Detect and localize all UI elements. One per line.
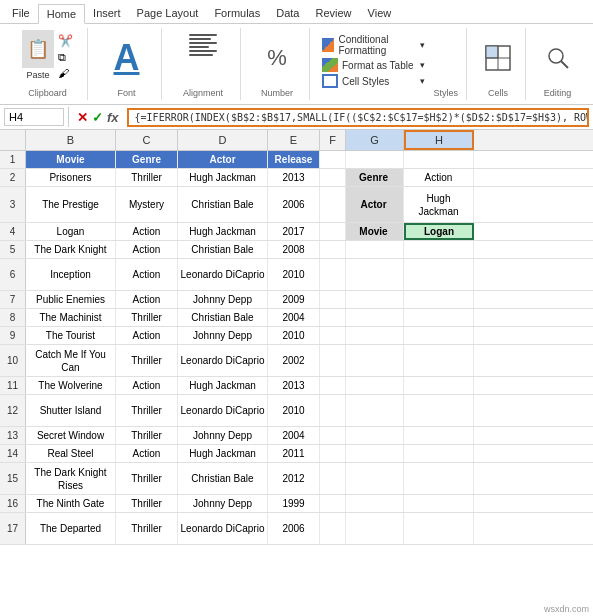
cell-d2[interactable]: Hugh Jackman <box>178 169 268 186</box>
cell-h1[interactable] <box>404 151 474 168</box>
col-header-h[interactable]: H <box>404 130 474 150</box>
tab-formulas[interactable]: Formulas <box>206 4 268 23</box>
cond-format-dropdown-icon[interactable]: ▾ <box>420 40 425 50</box>
row-num-10[interactable]: 10 <box>0 345 26 376</box>
confirm-formula-icon[interactable]: ✓ <box>92 110 103 125</box>
col-header-c[interactable]: C <box>116 130 178 150</box>
cell-c14[interactable]: Action <box>116 445 178 462</box>
cell-g13[interactable] <box>346 427 404 444</box>
tab-file[interactable]: File <box>4 4 38 23</box>
copy-button[interactable]: ⧉ <box>58 51 73 64</box>
cell-h9[interactable] <box>404 327 474 344</box>
row-num-13[interactable]: 13 <box>0 427 26 444</box>
cell-g16[interactable] <box>346 495 404 512</box>
cell-b3[interactable]: The Prestige <box>26 187 116 222</box>
cell-d11[interactable]: Hugh Jackman <box>178 377 268 394</box>
cell-g12[interactable] <box>346 395 404 426</box>
cell-b9[interactable]: The Tourist <box>26 327 116 344</box>
row-num-5[interactable]: 5 <box>0 241 26 258</box>
col-header-g[interactable]: G <box>346 130 404 150</box>
cell-e8[interactable]: 2004 <box>268 309 320 326</box>
cell-h14[interactable] <box>404 445 474 462</box>
cell-f15[interactable] <box>320 463 346 494</box>
tab-view[interactable]: View <box>360 4 400 23</box>
cell-f17[interactable] <box>320 513 346 544</box>
cell-g15[interactable] <box>346 463 404 494</box>
cell-c7[interactable]: Action <box>116 291 178 308</box>
cell-d13[interactable]: Johnny Depp <box>178 427 268 444</box>
cell-e10[interactable]: 2002 <box>268 345 320 376</box>
cell-d17[interactable]: Leonardo DiCaprio <box>178 513 268 544</box>
cell-b16[interactable]: The Ninth Gate <box>26 495 116 512</box>
cell-d8[interactable]: Christian Bale <box>178 309 268 326</box>
cell-b4[interactable]: Logan <box>26 223 116 240</box>
cell-g8[interactable] <box>346 309 404 326</box>
cell-g2[interactable]: Genre <box>346 169 404 186</box>
cell-e13[interactable]: 2004 <box>268 427 320 444</box>
cell-e17[interactable]: 2006 <box>268 513 320 544</box>
cell-b10[interactable]: Catch Me If You Can <box>26 345 116 376</box>
cell-c9[interactable]: Action <box>116 327 178 344</box>
cell-f11[interactable] <box>320 377 346 394</box>
cell-g6[interactable] <box>346 259 404 290</box>
row-num-6[interactable]: 6 <box>0 259 26 290</box>
cell-d14[interactable]: Hugh Jackman <box>178 445 268 462</box>
cell-c15[interactable]: Thriller <box>116 463 178 494</box>
cell-c17[interactable]: Thriller <box>116 513 178 544</box>
cell-g5[interactable] <box>346 241 404 258</box>
cell-h4[interactable]: Logan <box>404 223 474 240</box>
cell-c6[interactable]: Action <box>116 259 178 290</box>
col-header-f[interactable]: F <box>320 130 346 150</box>
cell-g4[interactable]: Movie <box>346 223 404 240</box>
cell-h11[interactable] <box>404 377 474 394</box>
col-header-e[interactable]: E <box>268 130 320 150</box>
cell-g10[interactable] <box>346 345 404 376</box>
cell-g1[interactable] <box>346 151 404 168</box>
format-painter-button[interactable]: 🖌 <box>58 67 73 79</box>
cell-c10[interactable]: Thriller <box>116 345 178 376</box>
cell-reference-input[interactable] <box>4 108 64 126</box>
cell-d16[interactable]: Johnny Depp <box>178 495 268 512</box>
row-num-4[interactable]: 4 <box>0 223 26 240</box>
cell-f16[interactable] <box>320 495 346 512</box>
cell-g17[interactable] <box>346 513 404 544</box>
cell-b12[interactable]: Shutter Island <box>26 395 116 426</box>
tab-home[interactable]: Home <box>38 4 85 24</box>
cell-e2[interactable]: 2013 <box>268 169 320 186</box>
cell-c16[interactable]: Thriller <box>116 495 178 512</box>
cell-d5[interactable]: Christian Bale <box>178 241 268 258</box>
cell-d1[interactable]: Actor <box>178 151 268 168</box>
cell-f4[interactable] <box>320 223 346 240</box>
cell-c3[interactable]: Mystery <box>116 187 178 222</box>
cell-h5[interactable] <box>404 241 474 258</box>
cell-e5[interactable]: 2008 <box>268 241 320 258</box>
cell-d12[interactable]: Leonardo DiCaprio <box>178 395 268 426</box>
cell-e3[interactable]: 2006 <box>268 187 320 222</box>
row-num-7[interactable]: 7 <box>0 291 26 308</box>
cell-b6[interactable]: Inception <box>26 259 116 290</box>
cell-f6[interactable] <box>320 259 346 290</box>
cell-e4[interactable]: 2017 <box>268 223 320 240</box>
cell-c5[interactable]: Action <box>116 241 178 258</box>
cell-d10[interactable]: Leonardo DiCaprio <box>178 345 268 376</box>
row-num-9[interactable]: 9 <box>0 327 26 344</box>
cell-e7[interactable]: 2009 <box>268 291 320 308</box>
cell-h10[interactable] <box>404 345 474 376</box>
cell-e9[interactable]: 2010 <box>268 327 320 344</box>
cell-f13[interactable] <box>320 427 346 444</box>
cell-b1[interactable]: Movie <box>26 151 116 168</box>
cell-f1[interactable] <box>320 151 346 168</box>
cell-e6[interactable]: 2010 <box>268 259 320 290</box>
cell-c12[interactable]: Thriller <box>116 395 178 426</box>
cell-e1[interactable]: Release <box>268 151 320 168</box>
cell-h16[interactable] <box>404 495 474 512</box>
cell-b13[interactable]: Secret Window <box>26 427 116 444</box>
cell-c13[interactable]: Thriller <box>116 427 178 444</box>
format-table-button[interactable]: Format as Table ▾ <box>322 58 425 72</box>
cell-f8[interactable] <box>320 309 346 326</box>
cell-e12[interactable]: 2010 <box>268 395 320 426</box>
cell-d6[interactable]: Leonardo DiCaprio <box>178 259 268 290</box>
cell-g7[interactable] <box>346 291 404 308</box>
row-num-17[interactable]: 17 <box>0 513 26 544</box>
cell-b15[interactable]: The Dark Knight Rises <box>26 463 116 494</box>
